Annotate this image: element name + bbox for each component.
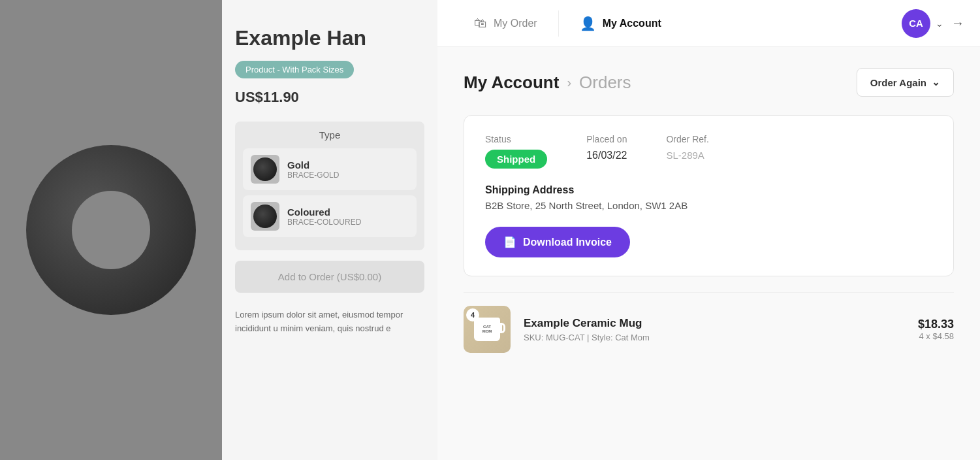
- left-panel: Example Han Product - With Pack Sizes US…: [0, 0, 437, 460]
- product-price-column: $18.33 4 x $4.58: [918, 318, 954, 341]
- product-details: Example Ceramic Mug SKU: MUG-CAT | Style…: [524, 317, 905, 342]
- chevron-down-icon[interactable]: ⌄: [936, 18, 943, 29]
- breadcrumb: My Account › Orders: [464, 73, 631, 93]
- product-total-price: $18.33: [918, 318, 954, 331]
- product-title: Example Han: [235, 26, 424, 50]
- product-sku-style: SKU: MUG-CAT | Style: Cat Mom: [524, 333, 905, 342]
- product-thumbnail: 4 CATMOM: [464, 306, 511, 353]
- variant-coloured-name: Coloured: [287, 206, 361, 218]
- download-invoice-label: Download Invoice: [523, 237, 612, 248]
- order-ref-group: Order Ref. SL-289A: [666, 134, 708, 169]
- variant-gold-info: Gold BRACE-GOLD: [287, 159, 339, 180]
- bracelet-image: [26, 145, 196, 315]
- variant-coloured[interactable]: Coloured BRACE-COLOURED: [243, 195, 417, 237]
- product-item: 4 CATMOM Example Ceramic Mug SKU: MUG-CA…: [464, 292, 954, 366]
- status-group: Status Shipped: [485, 134, 547, 169]
- mug-handle: [500, 323, 505, 333]
- variant-coloured-image: [251, 202, 279, 231]
- mug-text: CATMOM: [482, 325, 492, 333]
- shipping-section: Shipping Address B2B Store, 25 North Str…: [485, 184, 932, 211]
- my-order-label: My Order: [494, 18, 537, 29]
- product-image-area: [0, 0, 222, 460]
- product-price: US$11.90: [235, 89, 424, 106]
- variant-gold-sku: BRACE-GOLD: [287, 171, 339, 180]
- product-unit-price: 4 x $4.58: [918, 331, 954, 341]
- mug-shape: CATMOM: [474, 318, 500, 341]
- variant-gold-name: Gold: [287, 159, 339, 171]
- product-info-panel: Example Han Product - With Pack Sizes US…: [222, 0, 437, 460]
- top-row: My Account › Orders Order Again ⌄: [464, 68, 954, 97]
- header: 🛍 My Order 👤 My Account CA ⌄ →: [437, 0, 980, 47]
- product-description: Lorem ipsum dolor sit amet, eiusmod temp…: [235, 308, 424, 336]
- breadcrumb-orders: Orders: [579, 73, 631, 93]
- variant-gold-img-inner: [253, 157, 277, 181]
- placed-on-label: Placed on: [586, 134, 627, 144]
- download-invoice-button[interactable]: 📄 Download Invoice: [485, 227, 630, 257]
- order-again-button[interactable]: Order Again ⌄: [857, 68, 954, 97]
- order-ref-label: Order Ref.: [666, 134, 708, 144]
- order-again-chevron-icon: ⌄: [932, 76, 940, 88]
- placed-on-group: Placed on 16/03/22: [586, 134, 627, 169]
- order-card: Status Shipped Placed on 16/03/22 Order …: [464, 115, 954, 276]
- shipping-address-value: B2B Store, 25 North Street, London, SW1 …: [485, 200, 932, 211]
- person-icon: 👤: [580, 16, 596, 31]
- order-meta: Status Shipped Placed on 16/03/22 Order …: [485, 134, 932, 169]
- variant-gold[interactable]: Gold BRACE-GOLD: [243, 148, 417, 190]
- placed-on-value: 16/03/22: [586, 150, 627, 161]
- variant-coloured-img-inner: [253, 205, 277, 228]
- right-panel: 🛍 My Order 👤 My Account CA ⌄ → My Accoun…: [437, 0, 980, 460]
- my-account-nav[interactable]: 👤 My Account: [559, 0, 682, 46]
- breadcrumb-chevron-icon: ›: [567, 75, 571, 90]
- avatar[interactable]: CA: [902, 9, 930, 38]
- shopping-bag-icon: 🛍: [474, 16, 487, 31]
- variant-gold-image: [251, 155, 279, 184]
- download-icon: 📄: [503, 236, 516, 248]
- main-content: My Account › Orders Order Again ⌄ Status…: [437, 47, 980, 460]
- shipping-address-title: Shipping Address: [485, 184, 932, 196]
- type-section: Type Gold BRACE-GOLD Coloured BRACE-COLO…: [235, 122, 424, 250]
- variant-coloured-sku: BRACE-COLOURED: [287, 218, 361, 227]
- my-order-nav[interactable]: 🛍 My Order: [453, 0, 558, 46]
- order-again-label: Order Again: [870, 77, 926, 88]
- bracelet-inner-circle: [72, 191, 150, 269]
- status-badge: Shipped: [485, 150, 547, 169]
- arrow-right-icon[interactable]: →: [951, 16, 964, 31]
- breadcrumb-my-account[interactable]: My Account: [464, 73, 559, 93]
- variant-coloured-info: Coloured BRACE-COLOURED: [287, 206, 361, 227]
- order-ref-value: SL-289A: [666, 150, 708, 161]
- add-to-order-button[interactable]: Add to Order (US$0.00): [235, 261, 424, 293]
- type-label: Type: [243, 129, 417, 140]
- status-label: Status: [485, 134, 547, 144]
- product-tag: Product - With Pack Sizes: [235, 61, 354, 78]
- my-account-label: My Account: [603, 18, 661, 29]
- product-name: Example Ceramic Mug: [524, 317, 905, 330]
